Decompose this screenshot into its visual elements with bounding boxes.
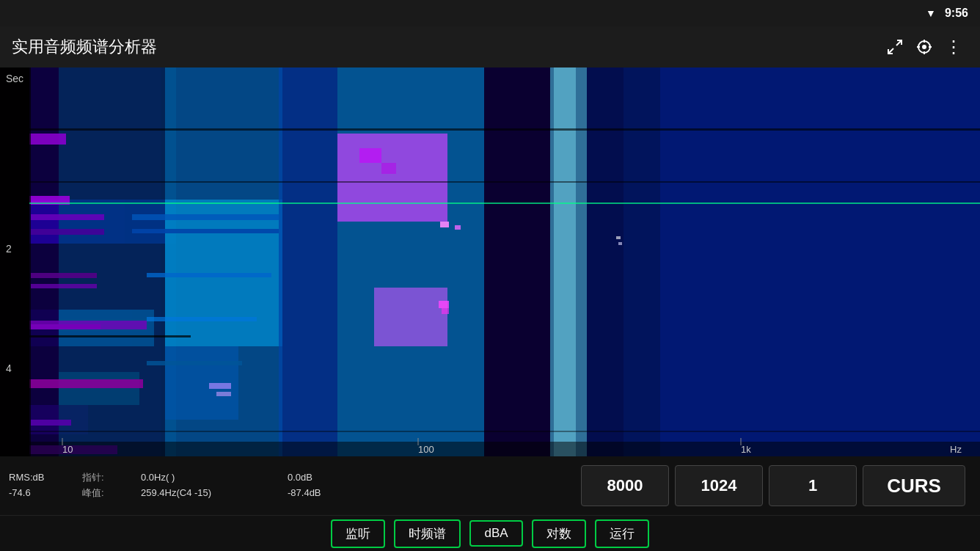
svg-rect-66	[31, 273, 97, 278]
averaging-button[interactable]: 1	[769, 465, 857, 506]
run-button[interactable]: 运行	[595, 519, 649, 548]
svg-text:10: 10	[62, 444, 73, 455]
svg-rect-40	[616, 236, 621, 239]
svg-rect-64	[31, 214, 104, 220]
svg-rect-43	[216, 392, 231, 396]
controls: 8000 1024 1 CURS	[354, 465, 971, 506]
log-button[interactable]: 对数	[532, 519, 586, 548]
svg-text:Sec: Sec	[6, 73, 23, 84]
svg-text:4: 4	[6, 362, 12, 374]
target-button[interactable]	[910, 32, 939, 62]
db-values: 0.0dB -87.4dB	[288, 470, 354, 501]
svg-rect-70	[132, 214, 279, 220]
svg-rect-37	[660, 67, 980, 456]
spectrogram-visual: Sec 2 4 6 10 100 1k Hz	[0, 67, 980, 456]
info-labels: 指针: 峰值:	[82, 470, 141, 501]
svg-text:Hz: Hz	[950, 444, 962, 455]
title-bar: 实用音频频谱分析器 ⋮	[0, 26, 980, 67]
svg-rect-28	[337, 67, 484, 456]
svg-rect-73	[147, 317, 257, 321]
svg-rect-38	[440, 222, 449, 227]
svg-rect-42	[209, 383, 231, 389]
svg-rect-48	[29, 335, 191, 337]
needle-db: 0.0dB	[288, 470, 354, 486]
rms-label: RMS:dB	[9, 470, 82, 486]
rms-section: RMS:dB -74.6	[9, 470, 82, 501]
status-bar: ▼ 9:56	[0, 0, 980, 26]
svg-rect-41	[618, 242, 622, 245]
info-bar: RMS:dB -74.6 指针: 峰值: 0.0Hz( ) 259.4Hz(C4…	[0, 456, 980, 515]
peak-freq: 259.4Hz(C4 -15)	[141, 486, 288, 501]
svg-rect-44	[439, 301, 449, 308]
svg-rect-34	[554, 67, 576, 456]
svg-line-1	[888, 48, 893, 54]
svg-rect-55	[29, 442, 980, 456]
expand-button[interactable]	[880, 32, 910, 62]
rms-value: -74.6	[9, 486, 82, 501]
peak-label: 峰值:	[82, 486, 141, 501]
info-values: 0.0Hz( ) 259.4Hz(C4 -15)	[141, 470, 288, 501]
svg-point-3	[923, 45, 926, 48]
svg-rect-49	[29, 431, 980, 432]
spectrogram-container[interactable]: Sec 2 4 6 10 100 1k Hz	[0, 67, 980, 456]
svg-rect-67	[31, 284, 97, 288]
svg-rect-50	[0, 67, 31, 456]
svg-text:100: 100	[418, 444, 434, 455]
menu-button[interactable]: ⋮	[939, 32, 968, 62]
peak-db: -87.4dB	[288, 486, 354, 501]
svg-rect-74	[147, 361, 242, 365]
svg-rect-45	[442, 308, 449, 314]
needle-label: 指针:	[82, 470, 141, 486]
svg-rect-46	[29, 128, 980, 131]
svg-rect-75	[359, 148, 381, 163]
svg-rect-39	[455, 225, 461, 230]
needle-freq: 0.0Hz( )	[141, 470, 288, 486]
svg-text:1k: 1k	[741, 444, 751, 455]
svg-rect-76	[381, 163, 396, 174]
time-display: 9:56	[945, 7, 968, 20]
app-title: 实用音频频谱分析器	[12, 36, 880, 58]
svg-rect-30	[374, 288, 447, 346]
spectrogram-button[interactable]: 时频谱	[394, 519, 461, 548]
svg-rect-29	[337, 134, 447, 222]
svg-rect-47	[29, 181, 980, 183]
svg-rect-23	[29, 134, 66, 145]
svg-rect-68	[31, 324, 100, 329]
curs-button[interactable]: CURS	[863, 465, 965, 506]
wifi-icon: ▼	[926, 7, 936, 19]
svg-rect-18	[59, 372, 139, 405]
svg-rect-26	[29, 379, 143, 388]
svg-rect-72	[147, 273, 271, 277]
svg-rect-69	[31, 420, 71, 426]
sample-rate-button[interactable]: 8000	[581, 465, 669, 506]
svg-line-0	[896, 40, 902, 45]
svg-rect-16	[59, 200, 176, 244]
svg-rect-22	[279, 67, 337, 456]
fft-size-button[interactable]: 1024	[675, 465, 763, 506]
svg-rect-65	[31, 229, 104, 235]
svg-rect-71	[132, 229, 279, 233]
dba-button[interactable]: dBA	[469, 520, 522, 547]
svg-text:2: 2	[6, 243, 12, 255]
listen-button[interactable]: 监听	[331, 519, 385, 548]
action-bar: 监听 时频谱 dBA 对数 运行	[0, 515, 980, 551]
